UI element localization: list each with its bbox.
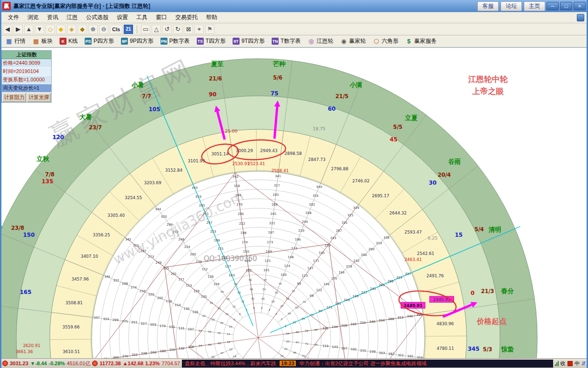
svg-text:179: 179 [160,324,166,328]
9t-square-icon: 9T [233,38,240,45]
diamond-tool-2-button[interactable]: ◆ [56,25,66,34]
menu-item-4[interactable]: 公式选股 [82,13,113,22]
view-quotes-button[interactable]: ▦行情 [3,37,28,46]
svg-text:7/8: 7/8 [45,171,54,178]
drawing-toolbar: ◀▶▲▼◇◆◈◆⊕⊖Cls21▭△↺↻⊠⌖⚑ [0,23,588,35]
svg-text:204: 204 [150,351,156,355]
svg-text:250: 250 [140,289,146,293]
menu-item-0[interactable]: 文件 [4,13,23,22]
view-p-square-button[interactable]: PSP四方形 [82,37,117,46]
scroll-arrows-icon[interactable]: ⇵ [581,361,586,367]
info-row-2: 变换系数=1.00000 [2,76,51,84]
svg-text:312: 312 [398,316,404,320]
close-button[interactable]: × [574,2,586,10]
svg-text:11: 11 [227,333,230,335]
menu-item-1[interactable]: 浏览 [23,13,43,22]
valley-marker-button[interactable]: ▼ [35,25,44,34]
view-9t-square-button[interactable]: 9T9T四方形 [230,37,267,46]
svg-text:323: 323 [103,317,109,321]
svg-text:176: 176 [196,260,202,264]
maximize-button[interactable]: □ [560,2,572,10]
wheel-annotation-line1: 江恩轮中轮 [462,74,514,86]
view-sectors-button[interactable]: ▩板块 [30,37,55,46]
svg-text:6.25: 6.25 [428,235,437,241]
record-icon[interactable] [568,361,573,366]
menu-item-9[interactable]: 帮助 [202,13,221,22]
crosshair-tool-button[interactable]: ⌖ [194,25,204,34]
quotes-icon: ▦ [6,38,13,45]
svg-text:60: 60 [328,106,336,112]
winner-wheel-label: 赢家轮 [349,37,366,45]
back-button[interactable]: ◀ [3,25,12,34]
svg-text:83: 83 [199,329,202,332]
arc-right-tool-button[interactable]: ↻ [173,25,182,34]
diamond-tool-1-button[interactable]: ◇ [46,25,55,34]
calc-resistance-button[interactable]: 计算阻力 [2,93,26,102]
view-t-number-table-button[interactable]: TNT数字表 [269,37,303,46]
svg-text:195: 195 [319,251,325,255]
flag-tool-button[interactable]: ⚑ [205,25,214,34]
9t-square-label: 9T四方形 [241,37,265,45]
menu-item-2[interactable]: 资讯 [43,13,62,22]
svg-text:3305.40: 3305.40 [107,213,125,218]
svg-text:2463.41: 2463.41 [404,257,421,262]
svg-text:50: 50 [295,306,298,309]
instrument-name: 上证指数 [2,51,51,59]
zoom-out-button[interactable]: ⊖ [99,25,108,34]
news-item-2[interactable]: 华力创通：出资2亿设立子公司 进一步聚焦集成电路领域 [300,360,427,367]
svg-text:122: 122 [316,288,322,292]
diamond-tool-4-button[interactable]: ◆ [78,25,87,34]
svg-text:198: 198 [241,231,247,235]
svg-text:4: 4 [268,308,270,311]
svg-text:3610.51: 3610.51 [62,349,80,354]
news-ticker[interactable]: 盘前走低，特斯拉跌3.44%，蔚来汽车跌 19:23 华力创通：出资2亿设立子公… [182,360,553,368]
svg-text:58: 58 [211,318,214,321]
svg-text:215: 215 [360,349,366,353]
menu-item-6[interactable]: 工具 [132,13,152,22]
zoom-in-button[interactable]: ⊕ [88,25,98,34]
diamond-tool-3-button[interactable]: ◈ [67,25,76,34]
ime-indicator[interactable]: 中 [575,360,580,367]
forum-button[interactable]: 论坛 [501,1,522,11]
minimize-button[interactable]: ─ [547,2,559,10]
view-winner-wheel-button[interactable]: ◉赢家轮 [337,37,368,46]
view-winner-service-button[interactable]: $赢家服务 [402,37,439,46]
view-p-number-table-button[interactable]: PNP数字表 [158,37,193,46]
menu-corner-icon[interactable] [577,14,584,21]
svg-text:6: 6 [253,307,255,309]
sz-index-pct: 1.23% [145,361,160,366]
svg-text:49: 49 [301,317,305,320]
view-hexagon-button[interactable]: ⬡六角形 [370,37,401,46]
peak-marker-button[interactable]: ▲ [24,25,33,34]
triangle-tool-button[interactable]: △ [152,25,161,34]
view-kline-button[interactable]: KK线 [57,37,80,46]
menu-item-8[interactable]: 交易委托 [171,13,202,22]
view-t-square-button[interactable]: TST四方形 [194,37,228,46]
news-item-1[interactable]: 盘前走低，特斯拉跌3.44%，蔚来汽车跌 [185,360,276,367]
calendar-21-button[interactable]: 21 [124,25,133,34]
rect-tool-button[interactable]: ▭ [141,25,150,34]
customer-service-button[interactable]: 客服 [477,1,499,11]
svg-text:56: 56 [227,298,230,301]
svg-text:243: 243 [330,236,336,240]
svg-text:2796.88: 2796.88 [331,167,348,171]
cls-button[interactable]: Cls [110,25,122,34]
menu-item-3[interactable]: 江恩 [62,13,82,22]
view-9p-square-button[interactable]: 9P9P四方形 [118,37,156,46]
svg-text:3508.81: 3508.81 [65,301,82,305]
svg-text:242: 242 [354,259,360,263]
svg-text:345: 345 [125,238,131,241]
delete-box-tool-button[interactable]: ⊠ [184,25,193,34]
svg-text:246: 246 [238,212,244,216]
arc-left-tool-button[interactable]: ↺ [162,25,172,34]
svg-text:97: 97 [319,309,323,313]
calc-support-button[interactable]: 计算支撑 [27,93,51,102]
forward-button[interactable]: ▶ [13,25,23,34]
homepage-button[interactable]: 主页 [524,1,545,11]
menu-item-5[interactable]: 设置 [113,13,132,22]
title-bar: 赢 赢家江恩专业版[赢家内部服务平台] - [上证指数 江恩轮] 客服 论坛 主… [0,0,588,12]
view-gann-wheel-button[interactable]: ◎江恩轮 [305,37,336,46]
sectors-label: 板块 [41,37,53,45]
svg-text:131: 131 [179,327,185,330]
menu-item-7[interactable]: 窗口 [152,13,171,22]
